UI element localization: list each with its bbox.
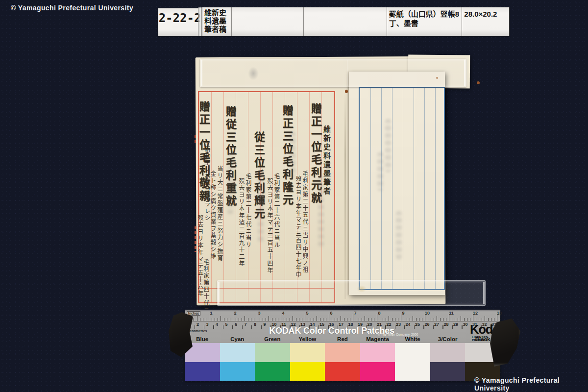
patch-label: White (395, 336, 430, 343)
color-swatch (185, 362, 220, 381)
ink-showthrough-smudge (227, 151, 233, 215)
collection-title-cell: 維新史 料遺墨 筆者稿 (202, 7, 232, 36)
color-swatch (220, 343, 255, 362)
calligraphy-column-main: 贈正一位毛利敬親 (196, 101, 212, 203)
empty-cell (304, 7, 387, 36)
patch-swatches (325, 343, 360, 381)
color-swatch (220, 362, 255, 381)
color-swatch (325, 343, 360, 362)
patch-label: Cyan (220, 336, 255, 343)
ink-showthrough-smudge (318, 175, 324, 249)
color-swatch (430, 362, 466, 381)
ink-showthrough-smudge (396, 211, 402, 260)
calligraphy-column-annotation: 歿去ヨリ本年マテ三百五十四年 (266, 178, 274, 274)
empty-cell (232, 7, 304, 36)
patch-magenta: Magenta (360, 336, 395, 381)
copyright-top-left: © Yamaguchi Prefectural University (11, 4, 133, 12)
ink-showthrough-smudge (385, 119, 391, 172)
patch-red: Red (325, 336, 360, 381)
kodak-color-control-strip: 12345678910111213 Inches 123456789101112… (185, 310, 500, 381)
glass-weight-bar-top (200, 59, 466, 87)
collection-title-line: 維新史 (204, 8, 229, 17)
label-acrylic-seam (198, 7, 202, 36)
color-swatch (290, 343, 325, 362)
patch-label: Green (255, 336, 290, 343)
patch-yellow: Yellow (290, 336, 325, 381)
dimensions-cell: 28.0×20.2 (462, 7, 509, 36)
glass-weight-bar-bottom (217, 280, 486, 306)
patch-cyan: Cyan (220, 336, 255, 381)
material-description-line: 罫紙（山口県）竪帳8 (389, 9, 460, 19)
patch-label: Red (325, 336, 360, 343)
patch-swatches (290, 343, 325, 381)
color-swatch (395, 343, 430, 381)
brown-speck-stain (477, 81, 480, 84)
blue-ruled-page (359, 87, 445, 290)
copyright-bottom-right: © Yamaguchi Prefectural University (474, 376, 588, 392)
color-swatch (360, 362, 395, 381)
color-swatch (430, 343, 466, 362)
patch-swatches (220, 343, 255, 381)
collection-title-line: 筆者稿 (204, 25, 229, 33)
color-swatch (325, 362, 360, 381)
center-fold-crease (344, 93, 346, 299)
centimetres-label: Centimetres (187, 329, 207, 333)
catalog-number-label: 2-22-2 (158, 8, 202, 36)
patch-white: White (395, 336, 430, 381)
patch-swatches (255, 343, 290, 381)
ink-showthrough-smudge (290, 131, 295, 178)
patch-swatches (430, 343, 466, 381)
dimensions-value: 28.0×20.2 (464, 10, 497, 18)
red-margin-mark (195, 226, 196, 252)
inch-ticks-major (185, 314, 500, 321)
ruler-separator (185, 321, 500, 321)
material-description-cell: 罫紙（山口県）竪帳8 丁、墨書 (387, 7, 463, 36)
patch-label: 3/Color (430, 336, 466, 343)
color-swatch (290, 362, 325, 381)
patch-green: Green (255, 336, 290, 381)
patch-label: Magenta (360, 336, 395, 343)
tiffen-credit: © The Tiffen Company, 2000 (378, 333, 418, 336)
red-ruled-page: 維新史料遺墨筆者贈正一位毛利元就毛利家第二十五代ニ当リ中興ノ祖歿去ヨリ本年マテ三… (198, 91, 335, 303)
red-margin-mark (195, 135, 196, 143)
patch-label: Yellow (290, 336, 325, 343)
ink-showthrough-smudge (258, 171, 264, 244)
patch-swatches (395, 343, 430, 381)
patch-3-color: 3/Color (430, 336, 466, 381)
patch-row: BlueCyanGreenYellowRedMagentaWhite3/Colo… (185, 336, 500, 381)
collection-title-line: 料遺墨 (204, 17, 229, 25)
inch-ruler: 12345678910111213 (185, 311, 500, 321)
color-swatch (360, 343, 395, 362)
calligraphy-column-annotation: 歿去ヨリ本年迠二百九十二年 (237, 178, 245, 267)
patch-swatches (360, 343, 395, 381)
material-description-line: 丁、墨書 (389, 19, 460, 28)
glass-seam (347, 60, 347, 86)
archival-photo-page: © Yamaguchi Prefectural University 2-22-… (0, 0, 588, 392)
calligraphy-column-annotation: 歿去ヨリ本年マテ三百四十七年中 (294, 175, 302, 278)
color-swatch (255, 343, 290, 362)
color-swatch (255, 362, 290, 381)
catalog-info-strip: 維新史 料遺墨 筆者稿 罫紙（山口県）竪帳8 丁、墨書 28.0×20.2 (202, 7, 510, 36)
catalog-number: 2-22-2 (159, 11, 201, 25)
brown-speck-stain (345, 90, 348, 93)
ink-showthrough-smudge (377, 152, 383, 191)
